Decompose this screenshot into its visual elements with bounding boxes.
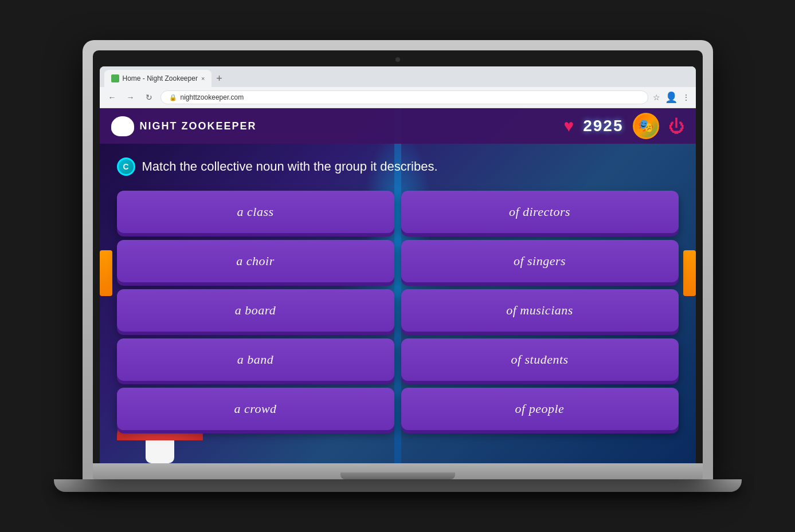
- answer-button-a3[interactable]: a choir: [117, 240, 394, 282]
- nav-right: ♥ 2925 🎭 ⏻: [563, 113, 684, 139]
- screen-bezel: Home - Night Zookeeper × + ← → ↻ 🔒 night…: [93, 50, 703, 463]
- answer-grid: a classof directorsa choirof singersa bo…: [100, 182, 696, 442]
- lock-icon: 🔒: [169, 94, 177, 101]
- browser-tab-bar: Home - Night Zookeeper × +: [100, 66, 696, 87]
- answer-button-a9[interactable]: a crowd: [117, 388, 394, 430]
- reload-button[interactable]: ↻: [142, 90, 156, 104]
- answer-button-a8[interactable]: of students: [401, 338, 679, 381]
- laptop-bottom: [93, 463, 703, 479]
- profile-icon: 👤: [665, 91, 677, 104]
- address-url: nighttzookeeper.com: [181, 93, 244, 101]
- power-button[interactable]: ⏻: [668, 117, 684, 136]
- question-icon: C: [117, 157, 135, 176]
- tab-close-button[interactable]: ×: [201, 75, 205, 82]
- new-tab-button[interactable]: +: [214, 73, 225, 85]
- answer-button-a7[interactable]: a band: [117, 338, 394, 381]
- laptop-screen: Home - Night Zookeeper × + ← → ↻ 🔒 night…: [83, 40, 713, 479]
- forward-button[interactable]: →: [124, 90, 138, 104]
- laptop-hinge: [340, 472, 455, 479]
- answer-button-a10[interactable]: of people: [401, 388, 679, 430]
- question-text: C Match the collective noun with the gro…: [117, 157, 679, 176]
- answer-button-a1[interactable]: a class: [117, 191, 394, 233]
- game-navbar: NIGHT ZOOKEEPER ♥ 2925 🎭 ⏻: [100, 108, 696, 144]
- avatar[interactable]: 🎭: [633, 113, 659, 139]
- back-button[interactable]: ←: [105, 90, 119, 104]
- browser-toolbar: ← → ↻ 🔒 nighttzookeeper.com ☆ 👤 ⋮: [100, 87, 696, 108]
- browser-chrome: Home - Night Zookeeper × + ← → ↻ 🔒 night…: [100, 66, 696, 463]
- camera: [395, 57, 400, 62]
- elephant-logo: [111, 116, 134, 136]
- toolbar-right: ☆ 👤 ⋮: [653, 91, 690, 104]
- address-bar[interactable]: 🔒 nighttzookeeper.com: [160, 90, 648, 104]
- laptop-base: [54, 479, 742, 492]
- score-display: 2925: [583, 117, 623, 135]
- app-title: NIGHT ZOOKEEPER: [140, 120, 257, 132]
- answer-button-a2[interactable]: of directors: [401, 191, 679, 233]
- tab-favicon: [111, 74, 119, 82]
- laptop-wrapper: Home - Night Zookeeper × + ← → ↻ 🔒 night…: [54, 40, 742, 492]
- question-area: C Match the collective noun with the gro…: [100, 144, 696, 182]
- tab-title: Home - Night Zookeeper: [123, 74, 198, 82]
- answer-button-a4[interactable]: of singers: [401, 240, 679, 282]
- game-area: NIGHT ZOOKEEPER ♥ 2925 🎭 ⏻: [100, 108, 696, 463]
- browser-tab[interactable]: Home - Night Zookeeper ×: [104, 70, 212, 87]
- heart-icon: ♥: [563, 116, 574, 136]
- question-label: Match the collective noun with the group…: [142, 159, 438, 174]
- star-icon[interactable]: ☆: [653, 93, 660, 102]
- nz-logo: NIGHT ZOOKEEPER: [111, 116, 257, 136]
- answer-button-a6[interactable]: of musicians: [401, 289, 679, 332]
- answer-button-a5[interactable]: a board: [117, 289, 394, 332]
- menu-icon[interactable]: ⋮: [682, 93, 690, 102]
- avatar-emoji: 🎭: [638, 119, 653, 133]
